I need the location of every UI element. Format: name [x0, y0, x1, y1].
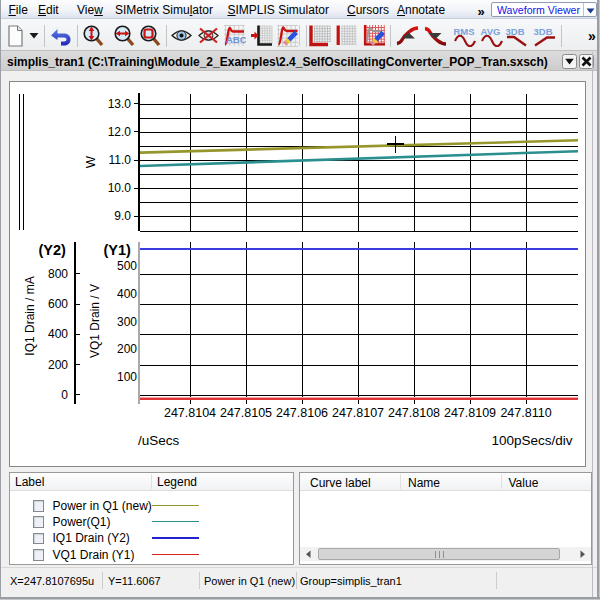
svg-text:ABC: ABC — [226, 34, 246, 45]
